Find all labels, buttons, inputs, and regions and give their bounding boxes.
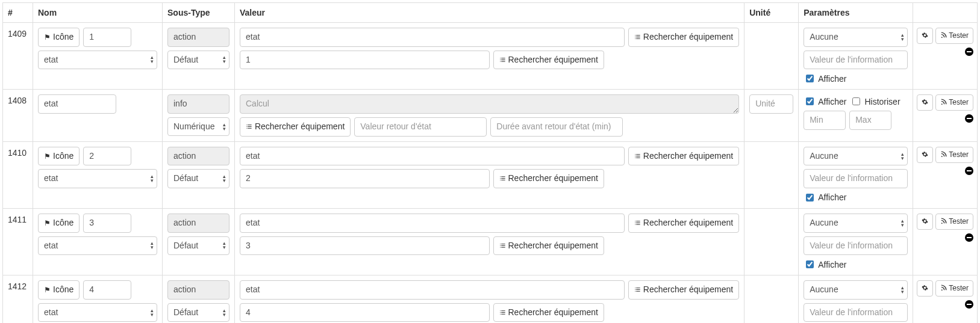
name-number-input[interactable]	[83, 147, 131, 166]
flag-icon	[44, 218, 53, 227]
subtype-select-wrap: Défaut▴▾	[167, 51, 229, 70]
search-equipment-button-1[interactable]: Rechercher équipement	[628, 280, 739, 300]
value-input-1[interactable]	[240, 147, 625, 166]
search-equipment-button-2[interactable]: Rechercher équipement	[493, 51, 604, 70]
icon-button[interactable]: Icône	[38, 280, 80, 300]
icon-button[interactable]: Icône	[38, 28, 80, 47]
remove-icon[interactable]	[965, 300, 973, 309]
search-equipment-button[interactable]: Rechercher équipement	[240, 117, 351, 137]
update-select[interactable]: Aucune	[804, 28, 908, 47]
value-input-2[interactable]	[240, 303, 490, 322]
test-button[interactable]: Tester	[935, 94, 973, 111]
cmd-id: 1410	[3, 141, 33, 208]
max-input[interactable]	[849, 111, 891, 130]
row-actions: Tester	[917, 147, 973, 175]
show-checkbox[interactable]	[806, 97, 814, 105]
search-equipment-button-2[interactable]: Rechercher équipement	[493, 236, 604, 256]
update-select[interactable]: Aucune	[804, 147, 908, 166]
subtype-select[interactable]: Numérique	[167, 117, 229, 137]
remove-icon[interactable]	[965, 48, 973, 56]
valeur-cell: Rechercher équipement Rechercher équipem…	[235, 275, 744, 323]
icon-button[interactable]: Icône	[38, 214, 80, 233]
flag-icon	[44, 285, 53, 294]
icon-button[interactable]: Icône	[38, 147, 80, 166]
param-cell: Aucune▴▾Afficher	[799, 141, 913, 208]
search-equipment-button-2[interactable]: Rechercher équipement	[493, 303, 604, 322]
info-value-input[interactable]	[804, 169, 908, 188]
search-equipment-button-2[interactable]: Rechercher équipement	[493, 169, 604, 188]
name-select[interactable]: etat	[38, 236, 157, 256]
value-input-2[interactable]	[240, 236, 490, 256]
search-equipment-button-1[interactable]: Rechercher équipement	[628, 28, 739, 47]
row-actions: Tester	[917, 280, 973, 309]
actions-cell: Tester	[913, 141, 978, 208]
remove-icon[interactable]	[965, 114, 973, 123]
configure-button[interactable]	[917, 147, 933, 163]
value-input-1[interactable]	[240, 280, 625, 300]
value-input-1[interactable]	[240, 214, 625, 233]
state-return-duration-input[interactable]	[490, 117, 623, 137]
info-value-input[interactable]	[804, 236, 908, 256]
table-row: 1410Icôneetat▴▾Défaut▴▾ Rechercher équip…	[3, 141, 978, 208]
subtype-select[interactable]: Défaut	[167, 303, 229, 322]
search-equipment-button-1[interactable]: Rechercher équipement	[628, 214, 739, 233]
name-number-input[interactable]	[83, 28, 131, 47]
show-checkbox[interactable]	[806, 194, 814, 201]
configure-button[interactable]	[917, 280, 933, 297]
table-row: 1411Icôneetat▴▾Défaut▴▾ Rechercher équip…	[3, 208, 978, 275]
name-select[interactable]: etat	[38, 169, 157, 188]
type-field	[167, 147, 229, 166]
configure-button[interactable]	[917, 214, 933, 230]
subtype-select[interactable]: Défaut	[167, 236, 229, 256]
name-select-wrap: etat▴▾	[38, 303, 157, 322]
info-value-input[interactable]	[804, 51, 908, 70]
unit-input[interactable]	[749, 94, 793, 114]
remove-icon[interactable]	[965, 233, 973, 242]
nom-cell: Icôneetat▴▾	[33, 275, 163, 323]
subtype-select[interactable]: Défaut	[167, 51, 229, 70]
test-button[interactable]: Tester	[935, 280, 973, 297]
remove-icon[interactable]	[965, 167, 973, 175]
name-number-input[interactable]	[83, 214, 131, 233]
configure-button[interactable]	[917, 28, 933, 44]
show-label: Afficher	[818, 192, 846, 202]
actions-cell: Tester	[913, 23, 978, 90]
min-input[interactable]	[804, 111, 846, 130]
search-equipment-button-1[interactable]: Rechercher équipement	[628, 147, 739, 166]
test-button[interactable]: Tester	[935, 214, 973, 230]
col-id: #	[3, 3, 33, 23]
name-number-input[interactable]	[83, 280, 131, 300]
row-actions: Tester	[917, 214, 973, 242]
historize-checkbox[interactable]	[852, 97, 860, 105]
configure-button[interactable]	[917, 94, 933, 111]
type-field	[167, 280, 229, 300]
type-field	[167, 94, 229, 114]
name-input[interactable]	[38, 94, 116, 114]
unite-cell	[744, 275, 799, 323]
name-select[interactable]: etat	[38, 51, 157, 70]
subtype-select[interactable]: Défaut	[167, 169, 229, 188]
test-button[interactable]: Tester	[935, 147, 973, 163]
subtype-select-wrap: Défaut▴▾	[167, 303, 229, 322]
test-button[interactable]: Tester	[935, 28, 973, 44]
cmd-id: 1408	[3, 90, 33, 142]
show-checkbox[interactable]	[806, 260, 814, 268]
value-input-1[interactable]	[240, 28, 625, 47]
state-return-value-input[interactable]	[354, 117, 487, 137]
unite-cell	[744, 23, 799, 90]
update-select[interactable]: Aucune	[804, 280, 908, 300]
col-soustype: Sous-Type	[163, 3, 235, 23]
update-select[interactable]: Aucune	[804, 214, 908, 233]
name-select[interactable]: etat	[38, 303, 157, 322]
value-input-2[interactable]	[240, 51, 490, 70]
subtype-select-wrap: Défaut▴▾	[167, 169, 229, 188]
col-nom: Nom	[33, 3, 163, 23]
value-input-2[interactable]	[240, 169, 490, 188]
show-checkbox[interactable]	[806, 75, 814, 82]
header-row: # Nom Sous-Type Valeur Unité Paramètres	[3, 3, 978, 23]
info-value-input[interactable]	[804, 303, 908, 322]
historize-label: Historiser	[864, 97, 900, 106]
actions-cell: Tester	[913, 90, 978, 142]
calcul-field	[240, 94, 739, 114]
table-row: 1412Icôneetat▴▾Défaut▴▾ Rechercher équip…	[3, 275, 978, 323]
